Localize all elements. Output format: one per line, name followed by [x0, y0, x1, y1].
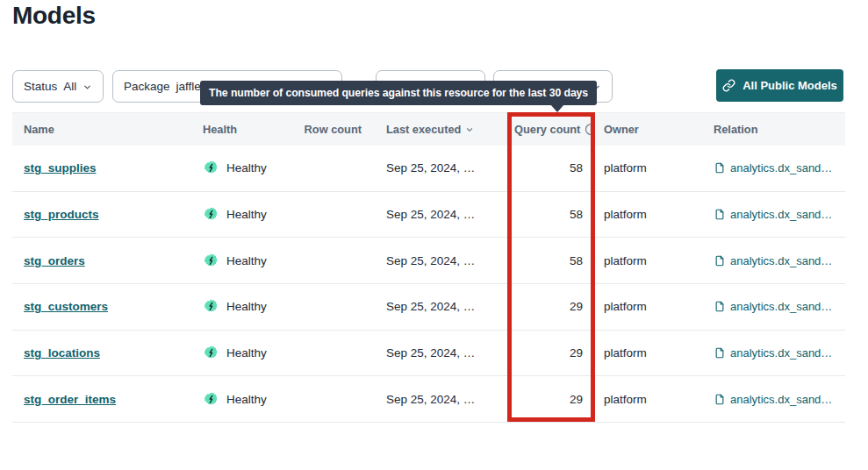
column-header-health: Health — [191, 113, 290, 146]
health-seal-pulse-icon — [203, 391, 219, 408]
model-name-link[interactable]: stg_supplies — [24, 161, 97, 174]
column-header-row-count: Row count — [290, 113, 367, 146]
all-public-models-button[interactable]: All Public Models — [716, 69, 843, 102]
query-count-value: 58 — [507, 191, 595, 238]
owner-value: platform — [595, 238, 705, 284]
last-executed-value: Sep 25, 2024, … — [367, 191, 507, 238]
column-header-query-count: Query count — [507, 113, 595, 146]
health-status-text: Healthy — [226, 161, 267, 174]
row-count-value — [290, 191, 367, 238]
file-icon — [714, 208, 726, 221]
health-seal-pulse-icon — [203, 345, 219, 361]
models-table: Name Health Row count Last executed Quer… — [12, 112, 845, 423]
query-count-label: Query count — [514, 123, 580, 136]
column-header-name: Name — [12, 113, 191, 146]
tooltip-arrow — [550, 104, 564, 112]
status-filter-dropdown[interactable]: Status All — [12, 70, 104, 103]
link-icon — [722, 79, 735, 92]
health-seal-pulse-icon — [203, 298, 219, 315]
query-count-value: 58 — [507, 146, 595, 192]
model-name-link[interactable]: stg_products — [24, 208, 99, 221]
table-header-row: Name Health Row count Last executed Quer… — [12, 113, 845, 146]
table-row: stg_products Healthy Sep 25, 2024, … 58 … — [12, 191, 845, 238]
owner-value: platform — [595, 284, 705, 331]
models-page: Models Status All Package jaffle_ All Pu… — [0, 0, 868, 470]
owner-value: platform — [595, 191, 705, 238]
table-row: stg_locations Healthy Sep 25, 2024, … 29… — [12, 330, 845, 376]
relation-link[interactable]: analytics.dx_sand… — [730, 393, 832, 406]
last-executed-value: Sep 25, 2024, … — [367, 146, 507, 192]
query-count-value: 58 — [507, 238, 595, 284]
table-row: stg_order_items Healthy Sep 25, 2024, … … — [12, 376, 845, 423]
column-header-relation: Relation — [705, 113, 845, 146]
status-filter-value: All — [63, 80, 76, 93]
file-icon — [714, 346, 726, 360]
relation-link[interactable]: analytics.dx_sand… — [730, 300, 832, 313]
query-count-value: 29 — [507, 284, 595, 331]
query-count-value: 29 — [507, 376, 595, 423]
row-count-value — [290, 146, 367, 192]
owner-value: platform — [595, 330, 705, 376]
page-title: Models — [12, 2, 96, 30]
file-icon — [714, 393, 726, 406]
last-executed-value: Sep 25, 2024, … — [367, 284, 507, 331]
last-executed-value: Sep 25, 2024, … — [367, 330, 507, 376]
relation-link[interactable]: analytics.dx_sand… — [730, 208, 832, 221]
all-public-models-label: All Public Models — [742, 79, 837, 92]
model-name-link[interactable]: stg_customers — [24, 300, 108, 313]
last-executed-value: Sep 25, 2024, … — [367, 376, 507, 423]
last-executed-value: Sep 25, 2024, … — [367, 238, 507, 284]
tooltip-text: The number of consumed queries against t… — [209, 87, 588, 99]
file-icon — [714, 254, 726, 267]
chevron-down-icon[interactable] — [465, 125, 474, 134]
table-row: stg_customers Healthy Sep 25, 2024, … 29… — [12, 284, 845, 331]
file-icon — [714, 161, 726, 174]
health-status-text: Healthy — [226, 254, 267, 267]
info-icon[interactable] — [585, 123, 595, 136]
model-name-link[interactable]: stg_orders — [24, 254, 85, 267]
query-count-tooltip: The number of consumed queries against t… — [200, 81, 597, 105]
table-row: stg_supplies Healthy Sep 25, 2024, … 58 … — [12, 146, 845, 192]
health-status-text: Healthy — [226, 393, 267, 406]
last-executed-label: Last executed — [386, 123, 461, 136]
row-count-value — [290, 284, 367, 331]
owner-value: platform — [595, 146, 705, 192]
health-seal-pulse-icon — [203, 160, 219, 176]
health-seal-pulse-icon — [203, 253, 219, 269]
query-count-value: 29 — [507, 330, 595, 376]
row-count-value — [290, 376, 367, 423]
row-count-value — [290, 330, 367, 376]
health-seal-pulse-icon — [203, 206, 219, 223]
relation-link[interactable]: analytics.dx_sand… — [730, 161, 832, 174]
package-filter-label: Package — [124, 80, 170, 93]
relation-link[interactable]: analytics.dx_sand… — [730, 254, 832, 267]
row-count-value — [290, 238, 367, 284]
health-status-text: Healthy — [226, 346, 267, 360]
column-header-owner: Owner — [595, 113, 705, 146]
model-name-link[interactable]: stg_order_items — [24, 393, 116, 406]
health-status-text: Healthy — [226, 208, 267, 221]
column-header-last-executed[interactable]: Last executed — [367, 113, 507, 146]
table-row: stg_orders Healthy Sep 25, 2024, … 58 pl… — [12, 238, 845, 284]
file-icon — [714, 300, 726, 313]
model-name-link[interactable]: stg_locations — [24, 346, 100, 360]
health-status-text: Healthy — [226, 300, 267, 313]
chevron-down-icon — [82, 82, 92, 92]
owner-value: platform — [595, 376, 705, 423]
relation-link[interactable]: analytics.dx_sand… — [730, 346, 832, 360]
status-filter-label: Status — [24, 80, 57, 93]
